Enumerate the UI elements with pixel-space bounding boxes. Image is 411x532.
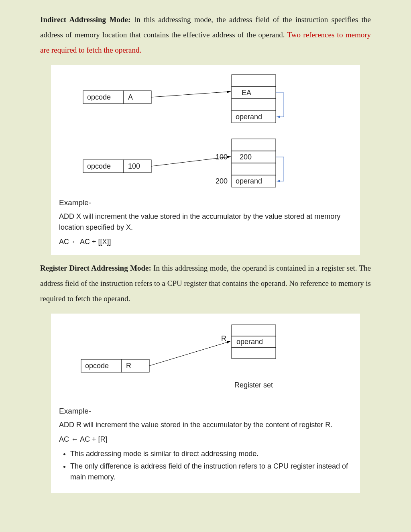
fig1-top-operand: operand — [236, 113, 262, 121]
fig1-bot-val100: 200 — [240, 153, 252, 161]
fig1-example-heading: Example- — [59, 198, 352, 207]
fig1-instr-top-addr: A — [128, 93, 133, 101]
svg-rect-10 — [232, 151, 276, 163]
fig1-bot-row-200: 200 — [216, 177, 228, 185]
fig2-operand: operand — [236, 338, 263, 346]
svg-rect-1 — [123, 91, 151, 104]
fig1-example-body: ADD X will increment the value stored in… — [59, 211, 352, 233]
fig1-bot-operand: operand — [236, 177, 262, 185]
fig1-instr-top-opcode: opcode — [87, 93, 111, 101]
figure-register-direct: opcode R operand R Register set Example-… — [51, 314, 360, 493]
fig2-formula: AC ← AC + [R] — [59, 435, 352, 444]
svg-rect-18 — [232, 347, 276, 359]
svg-line-6 — [151, 92, 231, 97]
indirect-mode-paragraph: Indirect Addressing Mode: In this addres… — [40, 12, 371, 58]
register-direct-title: Register Direct Addressing Mode: — [40, 264, 151, 272]
indirect-mode-title: Indirect Addressing Mode: — [40, 15, 130, 24]
fig2-pointer-label: R — [221, 334, 226, 342]
svg-rect-16 — [232, 325, 276, 336]
fig2-example-heading: Example- — [59, 407, 352, 416]
svg-rect-15 — [121, 359, 149, 372]
fig1-instr-bot-opcode: opcode — [87, 162, 111, 170]
svg-rect-11 — [232, 163, 276, 175]
fig2-example-body: ADD R will increment the value stored in… — [59, 420, 352, 430]
svg-line-19 — [149, 341, 230, 366]
fig1-instr-bot-addr: 100 — [128, 162, 140, 170]
fig1-formula: AC ← AC + [[X]] — [59, 238, 352, 246]
fig2-instr-opcode: opcode — [85, 362, 109, 370]
fig2-note-1: This addressing mode is similar to direc… — [70, 448, 352, 459]
svg-rect-2 — [232, 75, 276, 87]
diagram-register-direct: opcode R operand R Register set — [59, 319, 352, 400]
fig2-instr-addr: R — [126, 362, 131, 370]
svg-rect-4 — [232, 99, 276, 111]
fig1-top-ea: EA — [242, 89, 251, 97]
figure-indirect-addressing: opcode A EA operand opcode 100 200 o — [51, 65, 360, 255]
document-page: Indirect Addressing Mode: In this addres… — [0, 0, 411, 523]
diagram-indirect: opcode A EA operand opcode 100 200 o — [59, 71, 352, 191]
fig1-bot-row-100: 100 — [216, 153, 228, 161]
fig2-notes-list: This addressing mode is similar to direc… — [70, 448, 352, 483]
svg-line-13 — [151, 157, 231, 166]
svg-rect-9 — [232, 139, 276, 151]
fig2-note-2: The only difference is address field of … — [70, 461, 352, 483]
fig2-caption: Register set — [234, 381, 273, 389]
register-direct-paragraph: Register Direct Addressing Mode: In this… — [40, 261, 371, 306]
svg-rect-3 — [232, 87, 276, 99]
